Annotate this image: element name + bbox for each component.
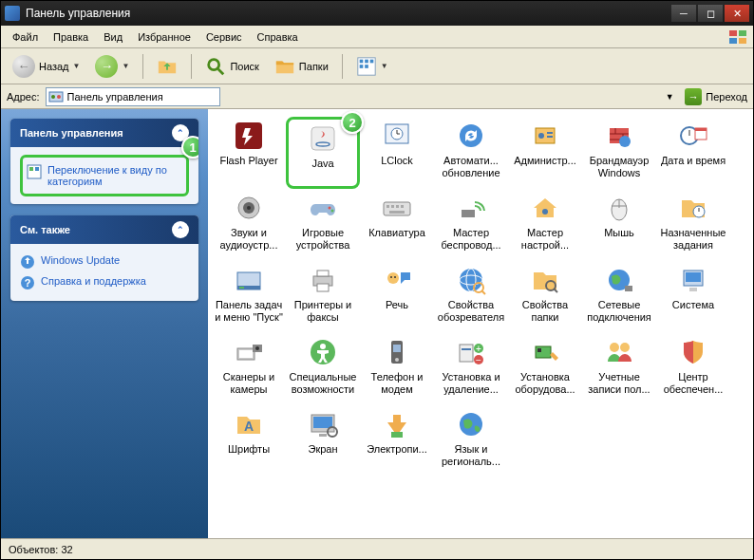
cpl-item-hardware[interactable]: Установка оборудова... xyxy=(508,333,582,405)
taskbar-icon xyxy=(232,263,266,297)
item-label: Установка оборудова... xyxy=(510,371,580,395)
item-label: Центр обеспечен... xyxy=(658,371,728,395)
item-label: Установка и удаление... xyxy=(436,371,506,395)
menu-edit[interactable]: Правка xyxy=(46,28,96,46)
svg-rect-66 xyxy=(317,284,329,291)
cpl-item-datetime[interactable]: Дата и время xyxy=(656,117,730,189)
folders-button[interactable]: Папки xyxy=(269,52,334,81)
address-label: Адрес: xyxy=(7,91,40,103)
svg-point-67 xyxy=(387,272,399,284)
cpl-item-system[interactable]: Система xyxy=(656,261,730,333)
item-label: Автомати... обновление xyxy=(436,155,506,178)
cpl-item-display[interactable]: Экран xyxy=(286,405,360,477)
back-dropdown-icon[interactable]: ▼ xyxy=(73,62,81,70)
close-button[interactable]: ✕ xyxy=(725,5,749,22)
cpl-item-netconn[interactable]: Сетевые подключения xyxy=(582,261,656,333)
separator xyxy=(342,54,343,79)
panel-header-main[interactable]: Панель управления ⌃ xyxy=(10,119,198,147)
help-support-link[interactable]: ? Справка и поддержка xyxy=(20,272,189,293)
svg-point-55 xyxy=(542,209,548,215)
cpl-item-sound[interactable]: Звуки и аудиоустр... xyxy=(212,189,286,261)
menu-file[interactable]: Файл xyxy=(5,28,46,46)
svg-rect-11 xyxy=(365,65,368,68)
cpl-item-access[interactable]: Специальные возможности xyxy=(286,333,360,405)
content-area: Панель управления ⌃ Переключение к виду … xyxy=(1,109,753,538)
cpl-item-users[interactable]: Учетные записи пол... xyxy=(582,333,656,405)
forward-button[interactable]: → ▼ xyxy=(89,51,135,82)
item-label: Звуки и аудиоустр... xyxy=(214,227,284,251)
switch-to-category-link[interactable]: Переключение к виду по категориям xyxy=(27,161,182,190)
back-button[interactable]: ← Назад ▼ xyxy=(7,51,85,82)
cpl-item-scanner[interactable]: Сканеры и камеры xyxy=(212,333,286,405)
cpl-item-firewall[interactable]: Брандмауэр Windows xyxy=(582,117,656,189)
svg-rect-80 xyxy=(686,272,701,282)
menu-view[interactable]: Вид xyxy=(96,28,130,46)
cpl-item-phone[interactable]: Телефон и модем xyxy=(360,333,434,405)
item-label: Администр... xyxy=(510,155,580,167)
search-button[interactable]: Поиск xyxy=(199,52,264,81)
cpl-item-wireless[interactable]: Мастер беспровод... xyxy=(434,189,508,261)
cpl-item-region[interactable]: Язык и региональ... xyxy=(434,405,508,477)
titlebar[interactable]: Панель управления ─ ◻ ✕ xyxy=(1,1,753,26)
cpl-item-nethome[interactable]: Мастер настрой... xyxy=(508,189,582,261)
maximize-button[interactable]: ◻ xyxy=(698,5,723,22)
views-button[interactable]: ▼ xyxy=(350,52,394,81)
link-label: Windows Update xyxy=(41,254,120,266)
cpl-item-speech[interactable]: Речь xyxy=(360,261,434,333)
icon-view[interactable]: 2 Flash PlayerJavaLClockАвтомати... обно… xyxy=(208,109,753,538)
collapse-icon[interactable]: ⌃ xyxy=(172,221,189,238)
folders-icon xyxy=(274,56,295,77)
address-icon xyxy=(48,89,64,104)
panel-header-seealso[interactable]: См. также ⌃ xyxy=(10,215,198,244)
help-icon: ? xyxy=(20,275,35,290)
cpl-item-clock[interactable]: LClock xyxy=(360,117,434,189)
up-button[interactable] xyxy=(151,52,183,81)
menu-help[interactable]: Справка xyxy=(250,28,306,46)
folderopt-icon xyxy=(528,263,562,297)
windows-update-link[interactable]: Windows Update xyxy=(20,252,189,272)
svg-point-68 xyxy=(390,276,392,278)
cpl-item-admin[interactable]: Администр... xyxy=(508,117,582,189)
datetime-icon xyxy=(676,119,710,153)
cpl-item-mouse[interactable]: Мышь xyxy=(582,189,656,261)
item-label: Игровые устройства xyxy=(288,227,358,251)
wireless-icon xyxy=(454,191,488,225)
cpl-item-inet[interactable]: Свойства обозревателя xyxy=(434,261,508,333)
svg-rect-31 xyxy=(547,132,553,134)
item-label: Свойства папки xyxy=(510,299,580,323)
statusbar: Объектов: 32 xyxy=(1,538,753,559)
item-label: Назначенные задания xyxy=(658,227,728,251)
cpl-item-fonts[interactable]: AШрифты xyxy=(212,405,286,477)
address-input[interactable] xyxy=(46,87,220,106)
item-label: Брандмауэр Windows xyxy=(584,155,654,178)
views-dropdown-icon[interactable]: ▼ xyxy=(381,62,388,70)
menu-favorites[interactable]: Избранное xyxy=(130,28,198,46)
forward-dropdown-icon[interactable]: ▼ xyxy=(122,62,129,70)
cpl-item-taskbar[interactable]: Панель задач и меню "Пуск" xyxy=(212,261,286,333)
item-label: Шрифты xyxy=(214,443,284,456)
cpl-item-autoupdate[interactable]: Автомати... обновление xyxy=(434,117,508,189)
cpl-item-power[interactable]: Электропи... xyxy=(360,405,434,477)
svg-line-74 xyxy=(481,290,485,294)
cpl-item-gamepad[interactable]: Игровые устройства xyxy=(286,189,360,261)
address-dropdown-icon[interactable]: ▼ xyxy=(662,89,677,104)
svg-rect-2 xyxy=(729,38,737,44)
svg-rect-10 xyxy=(359,65,363,68)
cpl-item-keyboard[interactable]: Клавиатура xyxy=(360,189,434,261)
menu-tools[interactable]: Сервис xyxy=(198,28,250,46)
cpl-item-tasks[interactable]: Назначенные задания xyxy=(656,189,730,261)
cpl-item-folderopt[interactable]: Свойства папки xyxy=(508,261,582,333)
cpl-item-flash[interactable]: Flash Player xyxy=(212,117,286,189)
collapse-icon[interactable]: ⌃ xyxy=(172,124,189,141)
go-button[interactable]: → Переход xyxy=(685,88,747,105)
back-label: Назад xyxy=(39,61,69,72)
separator xyxy=(191,54,192,79)
item-label: Мастер настрой... xyxy=(510,227,580,251)
forward-arrow-icon: → xyxy=(95,55,118,78)
svg-rect-0 xyxy=(729,30,737,36)
minimize-button[interactable]: ─ xyxy=(671,5,696,22)
cpl-item-addremove[interactable]: +−Установка и удаление... xyxy=(434,333,508,405)
cpl-item-java[interactable]: Java xyxy=(286,117,360,189)
cpl-item-security[interactable]: Центр обеспечен... xyxy=(656,333,730,405)
cpl-item-printer[interactable]: Принтеры и факсы xyxy=(286,261,360,333)
